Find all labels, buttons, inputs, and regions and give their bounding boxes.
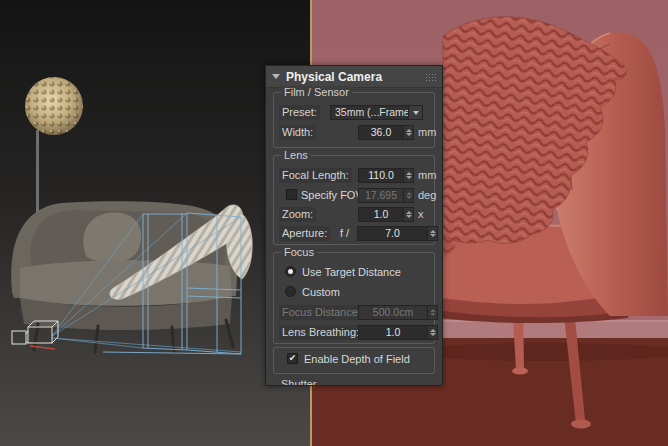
aperture-row: Aperture: f / 7.0 [266,226,442,241]
specify-fov-field: 17.695 [358,188,414,203]
use-target-distance-row: Use Target Distance [266,265,442,280]
specify-fov-label: Specify FOV [301,188,363,202]
focal-length-value: 110.0 [359,169,403,182]
width-row: Width: 36.0 mm [266,125,442,140]
specify-fov-spinner [403,189,413,202]
focus-distance-spinner [427,306,437,319]
width-label: Width: [279,125,316,140]
sofa [11,201,238,352]
width-field[interactable]: 36.0 [358,125,414,140]
lens-group-label: Lens [281,149,311,162]
drag-grid-icon[interactable] [425,73,436,81]
aperture-field[interactable]: 7.0 [357,226,438,241]
zoom-row: Zoom: 1.0 x [266,207,442,222]
preset-row: Preset: 35mm (...Frame) [266,105,442,120]
aperture-prefix: f / [340,226,349,240]
use-target-distance-label: Use Target Distance [302,265,401,279]
preset-label: Preset: [279,105,320,120]
focal-length-unit: mm [418,169,436,182]
lens-breathing-row: Lens Breathing: 1.0 [266,325,442,340]
dropdown-arrow-icon[interactable] [408,106,422,119]
physical-camera-rollout: Physical Camera Film / Sensor Preset: 35… [265,65,443,386]
rollout-header[interactable]: Physical Camera [266,66,442,88]
aperture-label: Aperture: [279,226,330,241]
custom-radio[interactable] [285,286,296,297]
enable-dof-checkbox[interactable]: ✔ [287,353,298,364]
rollout-title: Physical Camera [286,70,382,84]
use-target-distance-radio[interactable] [285,266,296,277]
zoom-unit: x [418,208,424,221]
viewport-wireframe[interactable] [0,0,310,446]
zoom-spinner[interactable] [403,208,413,221]
focal-length-label: Focal Length: [279,168,352,183]
focus-distance-label: Focus Distance: [279,305,364,320]
focal-length-spinner[interactable] [403,169,413,182]
lens-breathing-label: Lens Breathing: [279,325,362,340]
shutter-section-label: Shutter [281,378,316,386]
custom-row: Custom [266,285,442,300]
custom-label: Custom [302,285,340,299]
aperture-spinner[interactable] [427,227,437,240]
aperture-value: 7.0 [358,227,427,240]
zoom-label: Zoom: [279,207,316,222]
wireframe-scene [0,0,310,446]
enable-dof-label: Enable Depth of Field [304,352,410,366]
preset-value: 35mm (...Frame) [331,106,408,119]
specify-fov-value: 17.695 [359,189,403,202]
specify-fov-checkbox[interactable] [286,189,297,200]
focus-group-label: Focus [281,246,317,259]
specify-fov-unit: deg [418,189,436,202]
specify-fov-row: Specify FOV 17.695 deg [266,188,442,203]
focal-length-field[interactable]: 110.0 [358,168,414,183]
focus-distance-row: Focus Distance: 500.0cm [266,305,442,320]
zoom-field[interactable]: 1.0 [358,207,414,222]
enable-dof-row: ✔ Enable Depth of Field [266,352,442,367]
zoom-value: 1.0 [359,208,403,221]
max-viewport-screenshot: Physical Camera Film / Sensor Preset: 35… [0,0,668,446]
focus-distance-field: 500.0cm [358,305,438,320]
focus-distance-value: 500.0cm [359,306,427,319]
preset-dropdown[interactable]: 35mm (...Frame) [330,105,423,120]
width-value: 36.0 [359,126,403,139]
film-sensor-group-label: Film / Sensor [281,86,352,99]
lens-breathing-field[interactable]: 1.0 [358,325,438,340]
width-spinner[interactable] [403,126,413,139]
focal-length-row: Focal Length: 110.0 mm [266,168,442,183]
lens-breathing-value: 1.0 [359,326,427,339]
lens-breathing-spinner[interactable] [427,326,437,339]
rollout-collapse-icon[interactable] [272,74,280,79]
width-unit: mm [418,126,436,139]
